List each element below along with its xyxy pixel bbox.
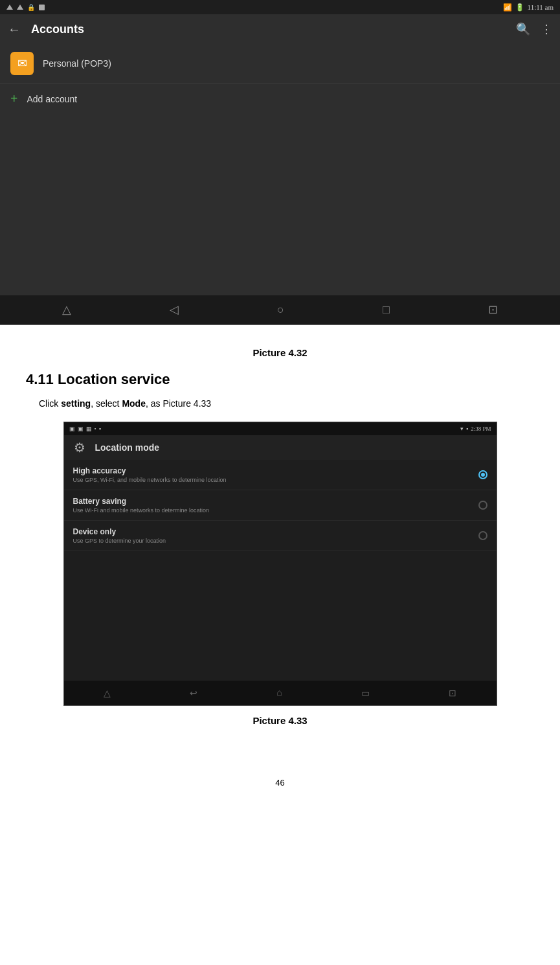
caption-2: Picture 4.33: [26, 715, 534, 726]
page-number: 46: [0, 778, 560, 800]
radio-button-3[interactable]: [478, 531, 487, 540]
location-list: High accuracy Use GPS, Wi-Fi, and mobile…: [64, 460, 497, 551]
location-sub-2: Use Wi-Fi and mobile networks to determi…: [73, 507, 478, 514]
bold-setting: setting: [61, 398, 91, 409]
account-item-personal[interactable]: Personal (POP3): [0, 44, 560, 84]
sb2-icon1: ▣: [69, 426, 75, 432]
android-screenshot-2: ▣ ▣ ▦ • ▪ ▾ ▪ 2:38 PM ⚙ Location mode: [63, 422, 497, 706]
sb2-icon3: ▦: [86, 426, 92, 432]
location-item-text-1: High accuracy Use GPS, Wi-Fi, and mobile…: [73, 466, 478, 483]
location-item-battery-saving[interactable]: Battery saving Use Wi-Fi and mobile netw…: [64, 490, 497, 521]
status-bar-1: 🔒 📶 🔋 11:11 am: [0, 0, 560, 14]
body-text: Click setting, select Mode, as Picture 4…: [26, 398, 534, 409]
status-bar-left-icons: 🔒: [6, 4, 45, 11]
nav-home-icon[interactable]: ○: [277, 303, 284, 317]
lock-icon: 🔒: [27, 4, 35, 11]
battery-icon: 🔋: [515, 3, 524, 12]
sb2-icon4: •: [95, 426, 96, 432]
account-name: Personal (POP3): [43, 58, 111, 69]
location-item-text-2: Battery saving Use Wi-Fi and mobile netw…: [73, 497, 478, 514]
location-item-text-3: Device only Use GPS to determine your lo…: [73, 527, 478, 544]
location-title-3: Device only: [73, 527, 478, 536]
app-bar-1: ← Accounts 🔍 ⋮: [0, 14, 560, 44]
notification-icon-2: [17, 5, 23, 10]
status-bar-2-left: ▣ ▣ ▦ • ▪: [69, 426, 101, 432]
sb2-icon5: ▪: [99, 426, 101, 432]
gear-icon: ⚙: [74, 440, 85, 455]
nav2-recents-icon[interactable]: ▭: [361, 688, 370, 699]
radio-button-1[interactable]: [478, 470, 487, 479]
location-screen-title: Location mode: [95, 442, 160, 453]
sb2-time: 2:38 PM: [471, 426, 491, 432]
radio-button-2[interactable]: [478, 501, 487, 510]
nav-bar-2: △ ↩ ⌂ ▭ ⊡: [64, 681, 497, 705]
time-display: 11:11 am: [528, 3, 554, 11]
nav-extra-icon[interactable]: ⊡: [488, 302, 498, 317]
location-sub-1: Use GPS, Wi-Fi, and mobile networks to d…: [73, 477, 478, 483]
status-bar-2: ▣ ▣ ▦ • ▪ ▾ ▪ 2:38 PM: [64, 422, 497, 435]
notification-icon-1: [6, 5, 13, 10]
bold-mode: Mode: [122, 398, 146, 409]
status-bar-right: 📶 🔋 11:11 am: [503, 3, 554, 12]
nav2-back-icon[interactable]: ↩: [190, 688, 197, 699]
add-account-label: Add account: [27, 94, 77, 104]
search-icon[interactable]: 🔍: [516, 22, 530, 36]
location-sub-3: Use GPS to determine your location: [73, 538, 478, 544]
rect-icon: [39, 5, 45, 10]
gear-icon-wrap: ⚙: [71, 438, 89, 457]
nav2-home-icon[interactable]: ⌂: [276, 688, 282, 698]
sb2-icon2: ▣: [78, 426, 84, 432]
wifi-icon: 📶: [503, 3, 512, 12]
back-button[interactable]: ←: [8, 22, 21, 37]
status-bar-2-right: ▾ ▪ 2:38 PM: [460, 426, 491, 432]
location-title-1: High accuracy: [73, 466, 478, 475]
nav2-up-icon[interactable]: △: [104, 688, 111, 699]
account-list: Personal (POP3) + Add account: [0, 44, 560, 114]
add-icon: +: [10, 91, 17, 106]
more-options-icon[interactable]: ⋮: [541, 22, 552, 36]
empty-content-area-2: [64, 551, 497, 681]
nav2-extra-icon[interactable]: ⊡: [449, 688, 456, 699]
add-account-item[interactable]: + Add account: [0, 84, 560, 114]
sb2-wifi: ▾: [460, 426, 464, 432]
sb2-battery: ▪: [466, 426, 468, 432]
nav-bar-1: △ ◁ ○ □ ⊡: [0, 295, 560, 324]
section-heading: 4.11 Location service: [26, 371, 534, 388]
caption-1: Picture 4.32: [26, 347, 534, 358]
location-title-2: Battery saving: [73, 497, 478, 506]
app-bar-title: Accounts: [31, 23, 516, 36]
account-icon: [10, 52, 34, 75]
empty-content-area: [0, 114, 560, 295]
nav-recents-icon[interactable]: □: [383, 303, 390, 317]
android-screenshot-1: 🔒 📶 🔋 11:11 am ← Accounts 🔍 ⋮ Personal (…: [0, 0, 560, 325]
doc-content-1: Picture 4.32 4.11 Location service Click…: [0, 325, 560, 758]
app-bar-2: ⚙ Location mode: [64, 435, 497, 460]
email-icon: [10, 52, 34, 75]
nav-back-icon[interactable]: ◁: [170, 302, 179, 317]
app-bar-actions: 🔍 ⋮: [516, 22, 552, 36]
location-item-device-only[interactable]: Device only Use GPS to determine your lo…: [64, 521, 497, 551]
nav-up-icon[interactable]: △: [62, 302, 71, 317]
location-item-high-accuracy[interactable]: High accuracy Use GPS, Wi-Fi, and mobile…: [64, 460, 497, 490]
